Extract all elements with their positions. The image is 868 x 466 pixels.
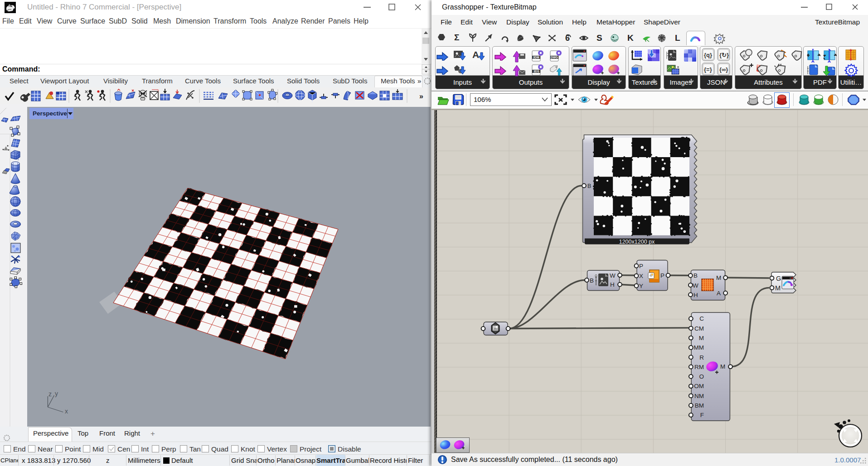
svg-text:MM: MM bbox=[694, 344, 704, 351]
svg-text:K: K bbox=[627, 33, 634, 43]
svg-text:BM: BM bbox=[695, 402, 704, 409]
svg-text:Y: Y bbox=[639, 283, 643, 289]
svg-text:R: R bbox=[699, 354, 704, 361]
svg-text:NM: NM bbox=[694, 393, 704, 399]
svg-text:A: A bbox=[717, 290, 721, 297]
svg-text:{∞}: {∞} bbox=[719, 66, 728, 73]
svg-text:DWG: DWG bbox=[551, 56, 558, 59]
svg-text:C: C bbox=[699, 315, 704, 322]
svg-text:P: P bbox=[660, 272, 664, 279]
svg-text:»: » bbox=[419, 92, 423, 100]
svg-text:P: P bbox=[639, 263, 643, 269]
svg-text:H: H bbox=[693, 292, 698, 298]
svg-text:RM: RM bbox=[694, 364, 704, 370]
svg-text:B: B bbox=[693, 272, 698, 279]
svg-text:Σ: Σ bbox=[454, 33, 459, 42]
svg-text:{=}: {=} bbox=[704, 66, 712, 73]
svg-text:{q}: {q} bbox=[704, 52, 712, 58]
svg-text:X: X bbox=[639, 273, 643, 279]
svg-text:M: M bbox=[699, 335, 704, 341]
svg-text:W: W bbox=[610, 272, 616, 279]
svg-text:y: y bbox=[55, 390, 58, 397]
svg-text:A: A bbox=[472, 50, 479, 60]
svg-text:G: G bbox=[776, 275, 781, 282]
svg-text:1200x1200 px: 1200x1200 px bbox=[619, 239, 655, 245]
svg-text:F: F bbox=[700, 412, 704, 418]
svg-text:B: B bbox=[587, 183, 591, 189]
svg-text:x: x bbox=[65, 408, 68, 415]
svg-text:B: B bbox=[590, 277, 594, 284]
svg-text:M: M bbox=[720, 363, 725, 370]
svg-text:OM: OM bbox=[694, 383, 704, 389]
svg-text:L: L bbox=[675, 33, 680, 43]
svg-text:S: S bbox=[596, 33, 602, 43]
svg-text:z: z bbox=[48, 390, 52, 398]
svg-text:H: H bbox=[610, 281, 615, 288]
svg-text:M: M bbox=[775, 284, 781, 292]
svg-text:3DS: 3DS bbox=[533, 70, 539, 73]
svg-text:3DM: 3DM bbox=[533, 56, 539, 59]
svg-text:CM: CM bbox=[694, 325, 704, 332]
svg-text:W: W bbox=[693, 282, 698, 289]
svg-text:O: O bbox=[699, 373, 704, 380]
svg-text:M: M bbox=[716, 274, 721, 281]
svg-text:{↻}: {↻} bbox=[719, 52, 729, 58]
